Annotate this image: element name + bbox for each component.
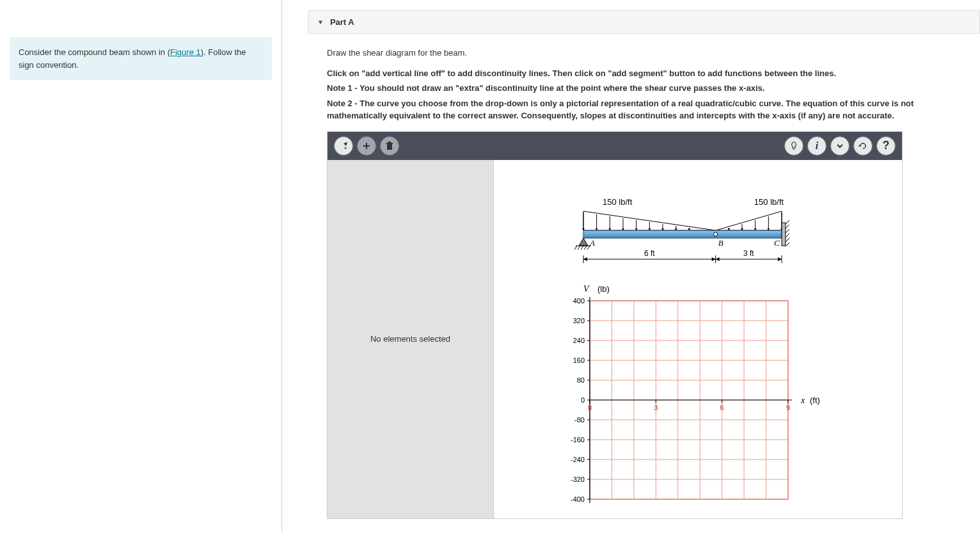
note-2: Note 2 - The curve you choose from the d…	[327, 97, 961, 122]
svg-line-48	[786, 243, 789, 246]
svg-point-34	[714, 232, 718, 236]
part-label: Part A	[330, 17, 354, 27]
toolbar-left-group: +	[334, 136, 399, 156]
svg-text:6: 6	[720, 404, 724, 412]
canvas-wrap: No elements selected 150 lb/ft150 lb/ftA…	[328, 160, 902, 518]
info-button[interactable]: i	[807, 136, 826, 156]
svg-text:80: 80	[577, 376, 585, 384]
vector-tool-button[interactable]: +	[334, 136, 353, 156]
svg-line-40	[584, 246, 587, 250]
part-header[interactable]: ▼ Part A	[308, 10, 980, 34]
svg-text:(ft): (ft)	[810, 396, 820, 405]
svg-text:240: 240	[573, 337, 585, 344]
svg-text:400: 400	[573, 297, 585, 305]
svg-text:V: V	[583, 284, 590, 294]
plus-icon	[361, 141, 372, 151]
chevron-down-icon	[835, 141, 845, 151]
svg-text:160: 160	[573, 356, 585, 364]
problem-text-before: Consider the compound beam shown in (	[19, 47, 170, 57]
svg-line-43	[786, 220, 789, 224]
svg-rect-42	[782, 223, 786, 246]
svg-line-45	[786, 229, 789, 233]
svg-text:-80: -80	[574, 416, 585, 424]
part-body: Draw the shear diagram for the beam. Cli…	[308, 34, 980, 532]
svg-line-38	[578, 246, 580, 250]
svg-marker-57	[583, 257, 587, 261]
vector-icon: +	[338, 141, 349, 151]
svg-text:C: C	[774, 238, 780, 248]
delete-tool-button[interactable]	[380, 136, 399, 156]
add-tool-button[interactable]	[357, 136, 376, 156]
svg-text:B: B	[718, 238, 723, 248]
svg-marker-59	[716, 257, 720, 261]
redo-button[interactable]	[853, 136, 873, 156]
svg-text:6 ft: 6 ft	[644, 249, 655, 258]
svg-text:0: 0	[588, 404, 592, 412]
drawing-tool-panel: + i	[327, 131, 903, 519]
tray-message: No elements selected	[370, 333, 450, 346]
svg-text:A: A	[589, 238, 595, 248]
svg-text:150 lb/ft: 150 lb/ft	[754, 197, 784, 207]
svg-text:-400: -400	[571, 495, 585, 503]
svg-text:9: 9	[786, 404, 790, 412]
svg-marker-58	[712, 257, 716, 261]
left-panel: Consider the compound beam shown in (Fig…	[0, 0, 281, 532]
figure-link[interactable]: Figure 1	[170, 47, 201, 57]
toolbar-right-group: i ?	[784, 136, 896, 156]
collapse-icon: ▼	[317, 19, 324, 26]
instructions-line: Click on "add vertical line off" to add …	[327, 67, 961, 80]
svg-marker-35	[579, 238, 588, 246]
chart-zone: 150 lb/ft150 lb/ftABC6 ft3 ft40032024016…	[507, 173, 896, 512]
diagram-svg: 150 lb/ft150 lb/ftABC6 ft3 ft40032024016…	[507, 173, 878, 506]
svg-text:-320: -320	[571, 476, 585, 483]
properties-tray: No elements selected	[328, 160, 494, 518]
svg-line-44	[786, 225, 789, 228]
svg-text:3: 3	[654, 404, 658, 412]
svg-line-46	[786, 234, 789, 237]
info-icon: i	[816, 138, 818, 154]
svg-text:320: 320	[573, 317, 585, 324]
part-prompt: Draw the shear diagram for the beam.	[327, 47, 961, 60]
help-button[interactable]: ?	[876, 136, 896, 156]
svg-text:3 ft: 3 ft	[743, 249, 754, 258]
dropdown-button[interactable]	[830, 136, 850, 156]
svg-text:150 lb/ft: 150 lb/ft	[603, 197, 633, 207]
toolbar: + i	[328, 132, 902, 160]
svg-text:-160: -160	[571, 436, 585, 444]
question-icon: ?	[883, 137, 890, 154]
svg-text:x: x	[800, 396, 805, 405]
svg-line-37	[574, 246, 577, 250]
svg-rect-33	[583, 230, 782, 238]
bulb-icon	[789, 141, 799, 151]
svg-marker-60	[778, 257, 782, 261]
svg-text:+: +	[344, 146, 347, 150]
svg-text:(lb): (lb)	[597, 284, 610, 294]
svg-line-39	[581, 246, 583, 250]
svg-text:0: 0	[581, 396, 585, 404]
svg-line-47	[786, 238, 789, 242]
trash-icon	[384, 141, 395, 151]
canvas-area[interactable]: 150 lb/ft150 lb/ftABC6 ft3 ft40032024016…	[494, 160, 902, 518]
hint-button[interactable]	[784, 136, 803, 156]
redo-icon	[858, 141, 868, 151]
svg-marker-4	[716, 211, 782, 230]
right-panel: ▼ Part A Draw the shear diagram for the …	[281, 0, 980, 532]
problem-statement-box: Consider the compound beam shown in (Fig…	[10, 37, 272, 80]
svg-text:-240: -240	[571, 456, 585, 463]
note-1: Note 1 - You should not draw an "extra" …	[327, 82, 961, 95]
